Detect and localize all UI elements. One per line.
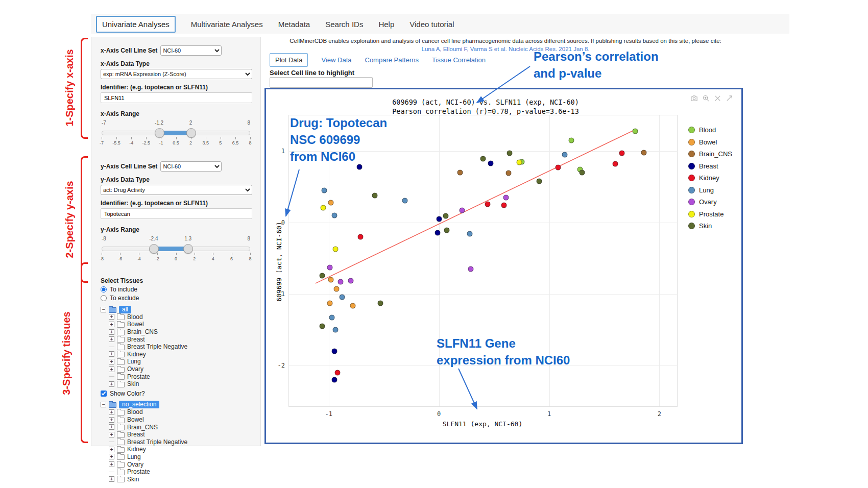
tree-collapse-icon[interactable]: −	[101, 307, 106, 312]
tree-expand-icon[interactable]: +	[109, 351, 114, 357]
expand-icon[interactable]	[726, 94, 733, 102]
tree-item-bowel[interactable]: Bowel	[127, 416, 144, 423]
tree-item-lung[interactable]: Lung	[127, 358, 141, 365]
tree-expand-icon[interactable]: +	[109, 329, 114, 335]
tree-expand-icon[interactable]: +	[109, 432, 114, 437]
show-color-row[interactable]: Show Color?	[101, 390, 252, 397]
tree-item-bowel[interactable]: Bowel	[127, 321, 144, 328]
tree-expand-icon[interactable]: +	[109, 417, 114, 423]
tree-item-kidney[interactable]: Kidney	[127, 446, 146, 453]
tree-item-breast-triple-negative[interactable]: Breast Triple Negative	[127, 438, 187, 446]
tree-expand-icon[interactable]: +	[109, 409, 114, 415]
legend-item-brain-cns[interactable]: Brain_CNS	[688, 150, 732, 158]
data-point-brain-cns	[505, 170, 511, 176]
folder-icon	[117, 425, 125, 430]
nav-tab-metadata[interactable]: Metadata	[278, 20, 310, 29]
tree-item-skin[interactable]: Skin	[127, 476, 139, 483]
zoom-in-icon[interactable]	[702, 94, 710, 102]
y-axis-title: 609699 (act, NCI-60)	[275, 206, 283, 318]
y-cell-line-set-select[interactable]: NCI-60	[160, 161, 222, 172]
tree-expand-icon[interactable]: +	[109, 461, 114, 467]
tab-plot-data[interactable]: Plot Data	[270, 53, 308, 67]
citation-link[interactable]: Luna A, Elloumi F, Varma S et al. Nuclei…	[266, 46, 745, 52]
y-range-slider[interactable]: -88-2.41.3-8-6-4-202468	[102, 235, 250, 265]
x-tick-label: 0	[437, 410, 441, 418]
tree-item-skin[interactable]: Skin	[127, 380, 139, 387]
legend-item-lung[interactable]: Lung	[688, 186, 732, 194]
tree-item-breast[interactable]: Breast	[127, 336, 145, 343]
legend-item-breast[interactable]: Breast	[688, 162, 732, 170]
tab-view-data[interactable]: View Data	[321, 56, 351, 64]
tree-item-prostate[interactable]: Prostate	[127, 373, 150, 380]
tree-item-breast[interactable]: Breast	[127, 431, 145, 438]
tree-item-lung[interactable]: Lung	[127, 453, 141, 460]
data-point-kidney	[485, 201, 490, 207]
y-range-low-value: -2.4	[149, 236, 158, 241]
data-point-bowel	[350, 303, 356, 308]
tree-item-brain-cns[interactable]: Brain_CNS	[127, 424, 158, 431]
tree-leaf-dash	[109, 472, 114, 472]
highlight-cell-line-input[interactable]	[270, 77, 373, 88]
legend-item-blood[interactable]: Blood	[688, 126, 732, 134]
legend-item-ovary[interactable]: Ovary	[688, 198, 732, 206]
tree-root-all[interactable]: all	[119, 306, 131, 313]
camera-icon[interactable]	[690, 94, 698, 102]
show-color-checkbox[interactable]	[101, 391, 107, 397]
tree-item-ovary[interactable]: Ovary	[127, 365, 143, 373]
tree-expand-icon[interactable]: +	[109, 476, 114, 482]
legend-item-bowel[interactable]: Bowel	[688, 138, 732, 146]
exclude-radio-row[interactable]: To exclude	[101, 295, 252, 302]
x-cell-line-set-select[interactable]: NCI-60	[160, 45, 222, 56]
x-range-slider[interactable]: -78-1.22-7-5.5-4-2.5-10.523.556.58	[102, 119, 250, 149]
legend-item-prostate[interactable]: Prostate	[688, 210, 732, 218]
tab-compare-patterns[interactable]: Compare Patterns	[365, 56, 419, 64]
legend-label: Prostate	[699, 210, 724, 218]
tree-item-brain-cns[interactable]: Brain_CNS	[127, 328, 158, 335]
x-range-low-handle[interactable]	[155, 128, 164, 138]
x-identifier-input[interactable]	[101, 92, 252, 103]
tree-root-no-selection[interactable]: no_selection	[119, 401, 159, 408]
exclude-radio[interactable]	[101, 295, 107, 301]
tree-expand-icon[interactable]: +	[109, 447, 114, 452]
tab-tissue-correlation[interactable]: Tissue Correlation	[432, 56, 486, 64]
data-point-kidney	[501, 203, 507, 208]
folder-icon	[117, 330, 125, 335]
plotly-modebar	[690, 94, 733, 102]
legend-item-skin[interactable]: Skin	[688, 222, 732, 230]
folder-icon	[117, 410, 125, 416]
tree-item-ovary[interactable]: Ovary	[127, 461, 143, 468]
nav-tab-help[interactable]: Help	[378, 20, 394, 29]
data-point-lung	[322, 188, 327, 193]
y-tick-label: -2	[270, 362, 285, 369]
include-radio[interactable]	[101, 286, 107, 292]
tree-collapse-icon[interactable]: −	[101, 402, 106, 407]
tree-expand-icon[interactable]: +	[109, 359, 114, 364]
nav-tab-multivariate-analyses[interactable]: Multivariate Analyses	[191, 20, 263, 29]
y-range-high-handle[interactable]	[183, 244, 193, 254]
tree-item-kidney[interactable]: Kidney	[127, 351, 146, 358]
tree-expand-icon[interactable]: +	[109, 381, 114, 387]
tree-item-breast-triple-negative[interactable]: Breast Triple Negative	[127, 343, 187, 350]
close-icon[interactable]	[714, 94, 721, 102]
tree-expand-icon[interactable]: +	[109, 367, 114, 372]
legend-item-kidney[interactable]: Kidney	[688, 174, 732, 182]
show-color-label: Show Color?	[110, 390, 145, 397]
y-range-max-label: 8	[247, 236, 250, 241]
tree-expand-icon[interactable]: +	[109, 336, 114, 342]
nav-tab-video-tutorial[interactable]: Video tutorial	[409, 20, 454, 29]
tree-expand-icon[interactable]: +	[109, 424, 114, 430]
tree-expand-icon[interactable]: +	[109, 454, 114, 459]
tree-item-prostate[interactable]: Prostate	[127, 468, 150, 475]
data-point-lung	[331, 213, 337, 218]
tree-item-blood[interactable]: Blood	[127, 313, 143, 321]
tree-expand-icon[interactable]: +	[109, 314, 114, 320]
y-data-type-select[interactable]: act: Drug Activity	[101, 185, 252, 195]
include-radio-row[interactable]: To include	[101, 286, 252, 293]
nav-tab-univariate-analyses[interactable]: Univariate Analyses	[96, 16, 176, 33]
tree-expand-icon[interactable]: +	[109, 322, 114, 327]
nav-tab-search-ids[interactable]: Search IDs	[325, 20, 363, 29]
x-data-type-select[interactable]: exp: mRNA Expression (Z-Score)	[101, 69, 252, 79]
y-identifier-input[interactable]	[101, 208, 252, 219]
tree-item-blood[interactable]: Blood	[127, 408, 143, 416]
y-range-tick-label: -2	[155, 256, 159, 261]
